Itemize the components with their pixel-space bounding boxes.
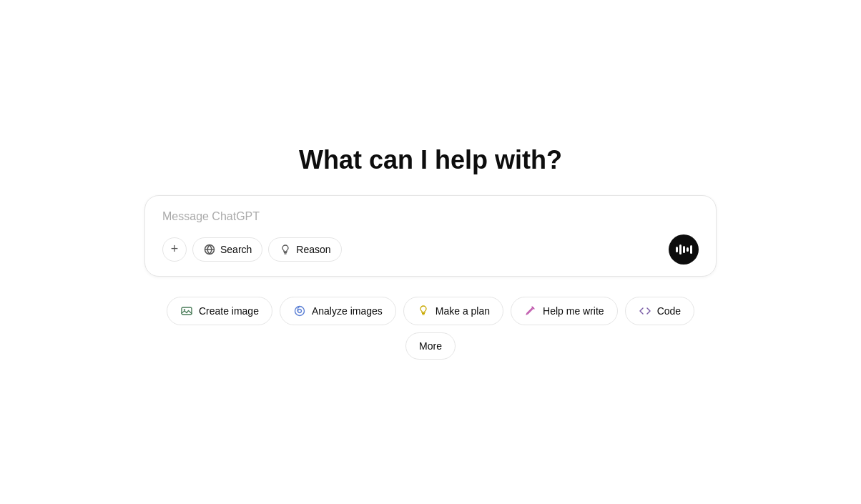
search-label: Search bbox=[220, 244, 252, 255]
chip-help-me-write[interactable]: Help me write bbox=[511, 297, 618, 325]
chip-create-image-label: Create image bbox=[199, 305, 259, 317]
input-box: Message ChatGPT + Search bbox=[144, 195, 717, 277]
chip-more[interactable]: More bbox=[405, 332, 456, 360]
attach-button[interactable]: + bbox=[162, 237, 187, 262]
suggestion-chips: Create image Analyze images bbox=[144, 297, 717, 360]
input-actions: + Search bbox=[162, 234, 699, 265]
svg-point-7 bbox=[297, 309, 301, 312]
make-a-plan-icon bbox=[417, 305, 430, 317]
chip-analyze-images-label: Analyze images bbox=[312, 305, 383, 317]
create-image-icon bbox=[180, 305, 193, 317]
chip-make-a-plan[interactable]: Make a plan bbox=[403, 297, 503, 325]
chip-help-me-write-label: Help me write bbox=[543, 305, 604, 317]
mic-button[interactable] bbox=[669, 234, 699, 265]
reason-button[interactable]: Reason bbox=[268, 237, 341, 262]
reason-label: Reason bbox=[296, 244, 330, 255]
globe-icon bbox=[203, 243, 216, 256]
chip-create-image[interactable]: Create image bbox=[167, 297, 272, 325]
main-container: What can I help with? Message ChatGPT + bbox=[144, 145, 717, 360]
input-placeholder[interactable]: Message ChatGPT bbox=[162, 210, 699, 223]
svg-rect-4 bbox=[182, 307, 192, 315]
chip-code-label: Code bbox=[657, 305, 681, 317]
code-icon bbox=[639, 305, 651, 317]
chip-analyze-images[interactable]: Analyze images bbox=[280, 297, 396, 325]
lightbulb-icon bbox=[279, 243, 292, 256]
search-button[interactable]: Search bbox=[192, 237, 262, 262]
headline: What can I help with? bbox=[299, 145, 562, 175]
chip-code[interactable]: Code bbox=[625, 297, 694, 325]
mic-icon bbox=[676, 244, 692, 255]
input-actions-left: + Search bbox=[162, 237, 342, 262]
chip-more-label: More bbox=[419, 340, 442, 352]
help-me-write-icon bbox=[524, 305, 537, 317]
analyze-images-icon bbox=[293, 305, 306, 317]
chip-make-a-plan-label: Make a plan bbox=[436, 305, 490, 317]
svg-point-6 bbox=[295, 306, 304, 315]
plus-icon: + bbox=[171, 242, 179, 257]
